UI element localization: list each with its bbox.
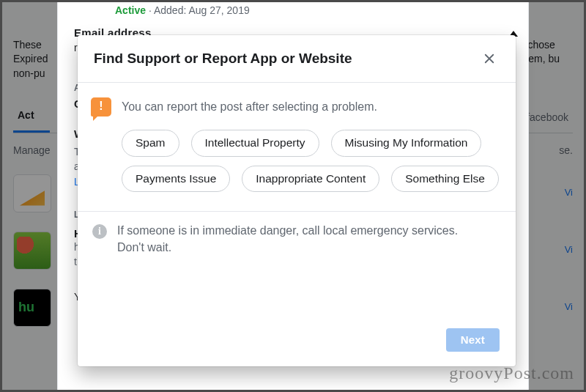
option-intellectual-property[interactable]: Intellectual Property: [191, 130, 319, 157]
under-app-added: · Added: Aug 27, 2019: [149, 4, 250, 16]
divider: [78, 211, 516, 212]
emergency-row: i If someone is in immediate danger, cal…: [91, 222, 500, 262]
option-something-else[interactable]: Something Else: [391, 166, 499, 193]
problem-options: Spam Intellectual Property Misusing My I…: [122, 130, 500, 192]
under-app-status: Active: [115, 4, 146, 16]
emergency-text: If someone is in immediate danger, call …: [117, 222, 469, 256]
option-spam[interactable]: Spam: [122, 130, 179, 157]
dialog-header: Find Support or Report App or Website: [78, 35, 516, 83]
prompt-row: ! You can report the post after selectin…: [91, 96, 500, 117]
dialog-body: ! You can report the post after selectin…: [78, 83, 516, 325]
dialog-footer: Next: [78, 325, 516, 366]
option-inappropriate-content[interactable]: Inappropriate Content: [242, 166, 379, 193]
option-payments-issue[interactable]: Payments Issue: [122, 166, 230, 193]
prompt-text: You can report the post after selecting …: [122, 96, 377, 115]
report-bubble-icon: !: [91, 97, 111, 117]
info-icon: i: [92, 224, 107, 239]
dialog-title: Find Support or Report App or Website: [94, 51, 352, 67]
close-icon: [483, 52, 496, 65]
next-button[interactable]: Next: [446, 328, 500, 352]
report-dialog: Find Support or Report App or Website ! …: [78, 35, 516, 366]
option-misusing-my-information[interactable]: Misusing My Information: [331, 130, 482, 157]
close-button[interactable]: [479, 48, 500, 69]
